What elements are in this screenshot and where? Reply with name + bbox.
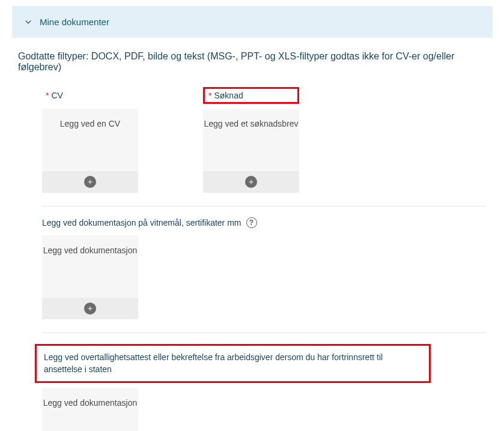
upload-card-documentation-footer [42,298,138,319]
upload-card-cv-text: Legg ved en CV [42,109,138,171]
label-documentation-text: Legg ved dokumentasjon på vitnemål, sert… [42,218,241,228]
required-mark: * [46,91,49,100]
label-soknad-text: Søknad [214,91,243,100]
field-cv: * CV Legg ved en CV [42,87,138,193]
label-cv-text: CV [51,91,62,100]
chevron-down-icon [24,18,32,26]
label-cv: * CV [42,87,138,104]
upload-card-overtallighet[interactable]: Legg ved dokumentasjon [42,388,138,431]
plus-icon [84,176,96,188]
upload-card-documentation[interactable]: Legg ved dokumentasjon [42,235,138,319]
label-overtallighet-text: Legg ved overtallighetsattest eller bekr… [44,352,422,375]
upload-card-cv[interactable]: Legg ved en CV [42,109,138,193]
label-overtallighet-highlight: Legg ved overtallighetsattest eller bekr… [35,344,431,383]
required-mark: * [208,91,211,100]
upload-card-soknad-footer [203,171,299,193]
label-documentation: Legg ved dokumentasjon på vitnemål, sert… [12,206,504,231]
panel-title: Mine dokumenter [40,17,109,27]
upload-card-overtallighet-text: Legg ved dokumentasjon [42,388,138,431]
upload-card-cv-footer [42,171,138,193]
upload-wrap-documentation: Legg ved dokumentasjon [12,235,504,319]
help-icon[interactable]: ? [246,217,257,228]
field-soknad: * Søknad Legg ved et søknadsbrev [203,87,299,193]
panel-header-mine-dokumenter[interactable]: Mine dokumenter [12,6,493,38]
upload-wrap-overtallighet: Legg ved dokumentasjon [12,388,504,431]
upload-card-documentation-text: Legg ved dokumentasjon [42,235,138,298]
upload-card-soknad[interactable]: Legg ved et søknadsbrev [203,109,299,193]
plus-icon [84,303,96,315]
divider [42,333,486,333]
upload-card-soknad-text: Legg ved et søknadsbrev [203,109,299,171]
upload-row-cv-soknad: * CV Legg ved en CV * Søknad Legg ved et… [12,87,504,193]
plus-icon [245,176,257,188]
label-soknad: * Søknad [203,87,299,104]
filetypes-note: Godtatte filtyper: DOCX, PDF, bilde og t… [12,38,504,76]
